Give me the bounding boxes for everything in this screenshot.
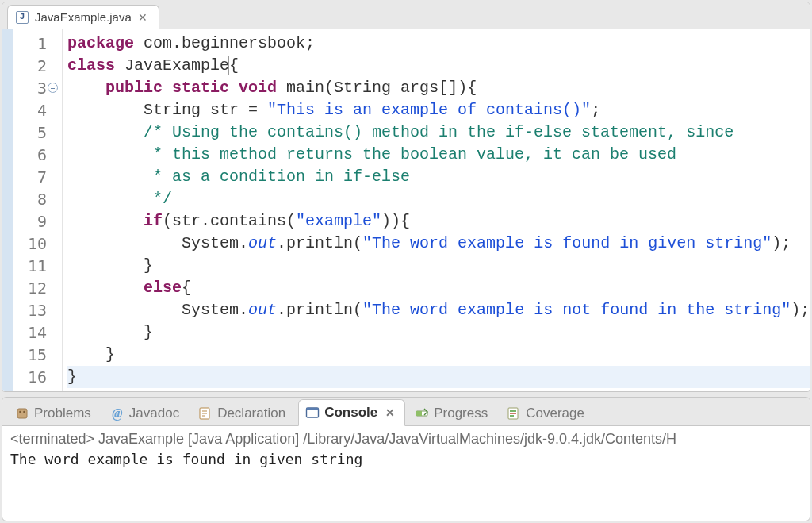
console-output: The word example is found in given strin… xyxy=(10,451,802,467)
svg-rect-5 xyxy=(307,408,319,410)
line-number-gutter: 12345678910111213141516 xyxy=(13,29,48,391)
code-line[interactable]: class JavaExample{ xyxy=(67,55,810,77)
code-line[interactable]: * this method returns the boolean value,… xyxy=(67,144,810,166)
editor-tab[interactable]: J JavaExample.java ✕ xyxy=(7,5,159,29)
code-line[interactable]: package com.beginnersbook; xyxy=(67,33,810,55)
coverage-icon xyxy=(507,406,521,421)
tab-coverage[interactable]: Coverage xyxy=(500,401,594,426)
code-line[interactable]: else{ xyxy=(67,277,810,299)
tab-label: Coverage xyxy=(526,406,584,421)
tab-label: Problems xyxy=(34,406,91,421)
svg-rect-11 xyxy=(510,415,514,417)
tab-declaration[interactable]: Declaration xyxy=(192,401,295,426)
code-line[interactable]: } xyxy=(67,366,810,388)
tab-label: Declaration xyxy=(217,406,285,421)
code-line[interactable]: /* Using the contains() method in the if… xyxy=(67,121,810,144)
declaration-icon xyxy=(198,406,213,421)
code-editor[interactable]: 12345678910111213141516 package com.begi… xyxy=(2,29,810,391)
code-line[interactable]: } xyxy=(67,255,810,277)
tab-progress[interactable]: Progress xyxy=(408,401,497,426)
tab-label: Console xyxy=(324,405,377,421)
code-line[interactable]: public static void main(String args[]){ xyxy=(67,77,810,99)
close-icon[interactable]: ✕ xyxy=(385,406,395,419)
javadoc-icon: @ xyxy=(110,406,124,421)
views-panel: Problems@JavadocDeclarationConsole✕Progr… xyxy=(2,397,810,521)
svg-rect-0 xyxy=(17,409,27,418)
tab-console[interactable]: Console✕ xyxy=(298,399,405,426)
editor-panel: J JavaExample.java ✕ 1234567891011121314… xyxy=(2,2,810,392)
svg-point-1 xyxy=(19,411,21,413)
code-line[interactable]: } xyxy=(67,344,810,366)
console-view: <terminated> JavaExample [Java Applicati… xyxy=(2,426,810,521)
svg-rect-7 xyxy=(416,411,422,416)
svg-rect-10 xyxy=(510,413,516,414)
console-status-line: <terminated> JavaExample [Java Applicati… xyxy=(10,431,802,448)
fold-toggle-icon[interactable] xyxy=(48,83,58,93)
tab-javadoc[interactable]: @Javadoc xyxy=(104,401,189,426)
problems-icon xyxy=(15,406,29,421)
close-icon[interactable]: ✕ xyxy=(138,11,147,24)
overview-ruler xyxy=(2,29,13,391)
progress-icon xyxy=(415,406,429,421)
code-line[interactable]: String str = "This is an example of cont… xyxy=(67,99,810,121)
tab-label: Progress xyxy=(434,406,488,421)
tab-problems[interactable]: Problems xyxy=(9,401,101,426)
code-line[interactable]: System.out.println("The word example is … xyxy=(67,299,810,321)
code-line[interactable]: if(str.contains("example")){ xyxy=(67,210,810,233)
java-file-icon: J xyxy=(16,11,29,24)
console-icon xyxy=(305,406,320,420)
code-line[interactable]: } xyxy=(67,321,810,344)
code-line[interactable]: */ xyxy=(67,188,810,210)
editor-tab-filename: JavaExample.java xyxy=(35,10,132,24)
svg-point-2 xyxy=(23,411,25,413)
code-line[interactable]: System.out.println("The word example is … xyxy=(67,233,810,255)
editor-tab-bar: J JavaExample.java ✕ xyxy=(2,2,810,29)
svg-rect-9 xyxy=(510,410,516,412)
code-line[interactable]: * as a condition in if-else xyxy=(67,166,810,188)
tab-label: Javadoc xyxy=(129,406,179,421)
code-content[interactable]: package com.beginnersbook;class JavaExam… xyxy=(63,29,810,391)
views-tab-bar: Problems@JavadocDeclarationConsole✕Progr… xyxy=(2,398,810,426)
